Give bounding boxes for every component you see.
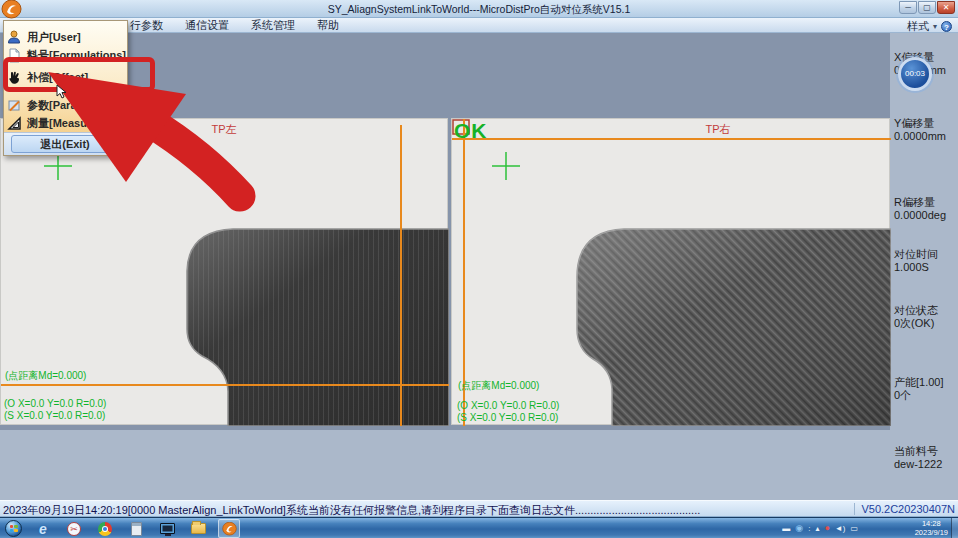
right-camera-view[interactable]: TP右 OK (点距离Md=0.000) (O X=0.0 Y=0.0 R=0.… (451, 118, 890, 425)
taskbar-ie-icon[interactable]: e (32, 519, 54, 538)
menu-bar: 行参数 通信设置 系统管理 帮助 样式 ▾ ? (0, 18, 958, 33)
right-crosshair-icon (492, 152, 520, 180)
align-time-metric: 对位时间1.000S (894, 248, 958, 273)
status-message: 2023年09月19日14:20:19[0000 MasterAlign_Lin… (3, 503, 858, 518)
taskbar-computer-icon[interactable] (156, 519, 178, 538)
menu-item-label: 退出(Exit) (40, 137, 90, 152)
tray-dots-icon[interactable]: : (808, 518, 810, 538)
tray-show-hidden-icons[interactable]: ▴ (815, 518, 819, 538)
align-status-metric: 对位状态0次(OK) (894, 304, 958, 329)
left-o-readout: (O X=0.0 Y=0.0 R=0.0) (4, 398, 106, 409)
taskbar-microdistpro-icon[interactable] (218, 519, 240, 538)
alignment-result-text: OK (454, 119, 488, 143)
right-s-readout: (S X=0.0 Y=0.0 R=0.0) (457, 412, 558, 423)
taskbar-calculator-icon[interactable] (125, 519, 147, 538)
info-panel: X偏移量0.0000mm Y偏移量0.0000mm R偏移量0.0000deg … (890, 33, 958, 500)
user-icon (7, 30, 22, 45)
title-bar[interactable]: SY_AliagnSystemLinkToWorld---MicroDistPr… (0, 0, 958, 18)
left-distance-readout: (点距离Md=0.000) (5, 369, 86, 383)
recording-timer-overlay: 00:03 (898, 57, 932, 91)
windows-flag-icon (10, 525, 18, 532)
r-offset-metric: R偏移量0.0000deg (894, 196, 958, 221)
application-window: SY_AliagnSystemLinkToWorld---MicroDistPr… (0, 0, 958, 538)
menu-item-label: 用户[User] (27, 30, 81, 45)
start-button[interactable] (5, 520, 22, 537)
annotation-highlight-box (3, 57, 155, 92)
app-logo-icon[interactable] (1, 0, 22, 19)
taskbar: e ✂ ▬ ◉ : ▴ ● ◄) ▭ 14:28 2023/9/19 (0, 517, 958, 538)
style-button[interactable]: 样式 (907, 19, 929, 34)
menu-item-user[interactable]: 用户[User] (7, 28, 125, 46)
left-crosshair-icon (44, 152, 72, 180)
taskbar-folder-icon[interactable] (187, 519, 209, 538)
taskbar-chrome-icon[interactable] (94, 519, 116, 538)
menu-item-label: 参数[Parametering] (27, 98, 127, 113)
menu-communication-settings[interactable]: 通信设置 (185, 18, 229, 33)
clock-date: 2023/9/19 (915, 529, 948, 538)
mouse-cursor (56, 84, 67, 99)
taskbar-snipping-tool-icon[interactable]: ✂ (63, 519, 85, 538)
measure-icon (7, 116, 22, 131)
menu-item-measuring[interactable]: 测量[Measuring] (7, 114, 125, 132)
tray-volume-icon[interactable]: ◄) (835, 518, 846, 538)
menu-item-label: 测量[Measuring] (27, 116, 111, 131)
capacity-metric: 产能[1.00]0个 (894, 376, 958, 401)
help-icon[interactable]: ? (941, 21, 952, 32)
left-s-readout: (S X=0.0 Y=0.0 R=0.0) (4, 410, 105, 421)
system-tray: ▬ ◉ : ▴ ● ◄) ▭ (782, 518, 858, 538)
window-title: SY_AliagnSystemLinkToWorld---MicroDistPr… (0, 3, 958, 17)
minimize-button[interactable]: ─ (899, 1, 917, 14)
dropdown-footer: 退出(Exit) (4, 132, 127, 155)
close-button[interactable]: ✕ (937, 1, 955, 14)
menu-system-management[interactable]: 系统管理 (251, 18, 295, 33)
menu-item-exit[interactable]: 退出(Exit) (11, 135, 119, 153)
right-o-readout: (O X=0.0 Y=0.0 R=0.0) (457, 400, 559, 411)
tray-network-icon[interactable]: ▭ (850, 518, 858, 538)
right-distance-readout: (点距离Md=0.000) (458, 379, 539, 393)
y-offset-metric: Y偏移量0.0000mm (894, 117, 958, 142)
show-desktop-button[interactable] (951, 518, 958, 538)
menu-run-parameters[interactable]: 行参数 (130, 18, 163, 33)
current-part-number: 当前料号dew-1222 (894, 445, 958, 470)
tray-device-icon[interactable]: ◉ (795, 518, 803, 538)
right-camera-title: TP右 (705, 122, 730, 137)
tray-alert-icon[interactable]: ● (824, 518, 829, 538)
left-camera-view[interactable]: TP左 (点距离Md=0.000) (O X=0.0 Y=0.0 R=0.0) … (0, 118, 448, 425)
chevron-down-icon[interactable]: ▾ (933, 22, 937, 31)
status-bar: 2023年09月19日14:20:19[0000 MasterAlign_Lin… (0, 500, 958, 517)
menu-help[interactable]: 帮助 (317, 18, 339, 33)
tray-keyboard-icon[interactable]: ▬ (782, 518, 790, 538)
version-label: V50.2C20230407N (854, 503, 955, 515)
taskbar-clock[interactable]: 14:28 2023/9/19 (915, 520, 948, 537)
parameter-icon (7, 98, 22, 113)
maximize-button[interactable]: ▢ (918, 1, 936, 14)
